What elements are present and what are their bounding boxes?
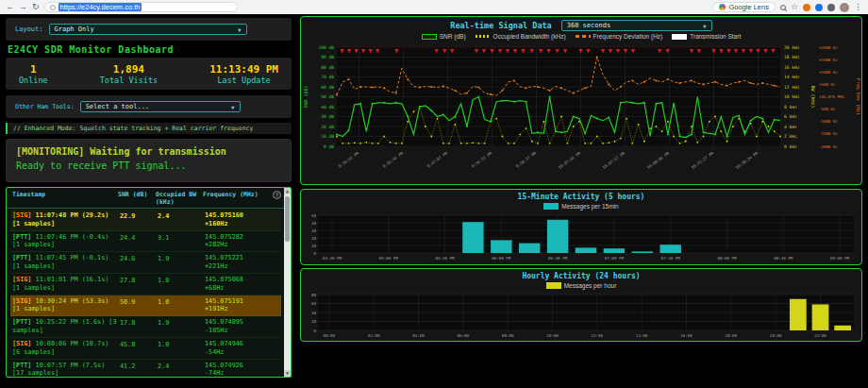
svg-text:07:30 PM: 07:30 PM (661, 256, 681, 261)
layout-label: Layout: (15, 25, 43, 33)
row-tag: [PTT] (12, 254, 31, 261)
col-bw: Occupied BW (kHz) (156, 191, 201, 206)
legend-snr: SNR (dB) (422, 33, 466, 40)
svg-text:50 dB: 50 dB (321, 94, 334, 99)
table-row[interactable]: [PTT] 11:07:45 PM (-0.1s) [1 samples]24.… (10, 252, 281, 274)
svg-text:4 kHz: 4 kHz (784, 125, 797, 129)
scrollbar-thumb[interactable] (285, 196, 290, 242)
range-select[interactable]: 360 seconds ▼ (561, 20, 712, 31)
row-tag: [PTT] (12, 362, 31, 369)
table-row[interactable]: [SIG] 10:08:06 PM (10.7s) [6 samples]45.… (10, 338, 281, 360)
google-lens-button[interactable]: Google Lens (712, 2, 776, 12)
svg-text:2 kHz: 2 kHz (784, 134, 797, 139)
svg-text:50: 50 (311, 213, 317, 218)
tools-select[interactable]: Select a tool... ▼ (80, 101, 241, 112)
a15-swatch-icon (543, 203, 559, 210)
svg-text:10:25:27 PM: 10:25:27 PM (691, 150, 715, 170)
realtime-signal-chart: 100 dB90 dB80 dB70 dB60 dB50 dB40 dB30 d… (301, 41, 861, 182)
hr-legend: Messages per hour (301, 280, 861, 290)
svg-text:12:00: 12:00 (592, 333, 604, 338)
activity-hourly-chart: 02040608000:0002:0004:0006:0008:0010:001… (301, 290, 861, 342)
scroll-up-icon[interactable]: ▲ (284, 188, 291, 194)
svg-text:12 kHz: 12 kHz (784, 85, 800, 90)
forward-icon[interactable]: → (19, 3, 27, 11)
svg-text:70 dB: 70 dB (321, 75, 334, 79)
address-bar[interactable]: https://e24cy.decem.co.th (44, 2, 238, 12)
table-row[interactable]: [PTT] 10:07:57 PM (7.5s) [17 samples]41.… (10, 360, 281, 378)
table-header: Timestamp SNR (dB) Occupied BW (kHz) Fre… (7, 188, 291, 209)
dev-swatch-icon (576, 35, 591, 38)
bookmark-star-icon[interactable]: ☆ (791, 3, 798, 11)
table-row[interactable]: [PTT] 10:25:22 PM (1.6s) [3 samples]17.8… (10, 316, 281, 338)
enhanced-mode-note: // Enhanced Mode: Squelch state tracking… (6, 123, 292, 134)
svg-text:10:07:57 PM: 10:07:57 PM (602, 150, 626, 170)
legend-bw: Occupied Bandwidth (kHz) (476, 33, 566, 40)
site-info-icon[interactable] (50, 5, 56, 10)
svg-text:9:56:22 PM: 9:56:22 PM (471, 150, 493, 168)
svg-text:10:30:24 PM: 10:30:24 PM (735, 150, 760, 170)
svg-text:80: 80 (311, 293, 317, 297)
svg-text:10: 10 (311, 244, 317, 248)
svg-text:20: 20 (311, 319, 317, 324)
reload-icon[interactable]: ↻ (32, 3, 40, 11)
svg-text:05:30 PM: 05:30 PM (435, 256, 455, 261)
scroll-down-icon[interactable]: ▼ (284, 370, 291, 377)
svg-text:04:00: 04:00 (412, 333, 425, 338)
profile-avatar[interactable] (840, 3, 849, 12)
svg-text:-1000 Hz: -1000 Hz (819, 119, 838, 124)
help-icon[interactable]: ? (273, 191, 281, 199)
table-scrollbar[interactable]: ▲ ▼ (284, 188, 291, 377)
table-row[interactable]: [SIG] 10:30:24 PM (53.3s) [1 samples]50.… (10, 295, 281, 317)
row-tag: [SIG] (12, 340, 31, 347)
search-icon[interactable] (780, 5, 786, 10)
signal-table: Timestamp SNR (dB) Occupied BW (kHz) Fre… (6, 187, 292, 378)
table-row[interactable]: [SIG] 11:07:48 PM (29.2s) [1 samples]22.… (10, 210, 281, 231)
table-row[interactable]: [SIG] 11:01:01 PM (16.1s) [1 samples]27.… (10, 274, 281, 295)
svg-text:22:00: 22:00 (814, 333, 826, 338)
stat-online-value: 1 (19, 63, 48, 76)
svg-text:-500 Hz: -500 Hz (819, 107, 836, 111)
range-select-value: 360 seconds (567, 22, 610, 29)
svg-text:60 dB: 60 dB (321, 85, 334, 90)
stat-total-visits-label: Total Visits (100, 76, 158, 85)
extension-icon-2[interactable] (815, 4, 823, 11)
activity-15min-chart: 0102030405004:30 PM05:00 PM05:30 PM06:00… (301, 211, 861, 265)
row-tag: [PTT] (12, 318, 31, 326)
menu-icon[interactable]: ⋮ (854, 3, 862, 11)
table-row[interactable]: [PTT] 11:07:46 PM (-0.4s) [1 samples]24.… (10, 231, 281, 253)
legend-tx: Transmission Start (672, 33, 741, 40)
chevron-down-icon: ▼ (703, 23, 707, 29)
svg-text:06:00 PM: 06:00 PM (492, 256, 511, 261)
svg-text:40: 40 (311, 311, 317, 315)
snr-swatch-icon (422, 34, 437, 40)
svg-text:0: 0 (313, 251, 316, 256)
stat-total-visits: 1,894 Total Visits (100, 63, 158, 85)
svg-text:30 dB: 30 dB (321, 114, 334, 119)
row-tag: [SIG] (12, 297, 31, 305)
svg-text:20 kHz: 20 kHz (784, 45, 800, 50)
svg-text:9:34:56 PM: 9:34:56 PM (338, 150, 360, 168)
row-tag: [SIG] (12, 276, 31, 283)
svg-text:02:00: 02:00 (368, 333, 380, 338)
svg-text:100 dB: 100 dB (318, 45, 334, 50)
svg-text:10:00: 10:00 (546, 333, 559, 338)
svg-text:-2000 Hz: -2000 Hz (819, 144, 838, 149)
browser-toolbar: ← → ↻ https://e24cy.decem.co.th Google L… (0, 0, 868, 14)
back-icon[interactable]: ← (6, 3, 14, 11)
svg-text:10 kHz: 10 kHz (784, 94, 800, 99)
svg-text:40 dB: 40 dB (321, 105, 334, 110)
extension-icon-1[interactable] (803, 4, 810, 11)
tools-select-value: Select a tool... (86, 103, 149, 110)
svg-text:9:47:07 PM: 9:47:07 PM (426, 150, 449, 168)
url-text[interactable]: https://e24cy.decem.co.th (58, 3, 142, 11)
tx-swatch-icon (672, 34, 687, 40)
layout-select[interactable]: Graph Only ▼ (49, 24, 247, 35)
monitoring-status: [MONITORING] Waiting for transmission (16, 146, 281, 157)
svg-text:0 dB: 0 dB (324, 144, 334, 149)
svg-text:08:30 PM: 08:30 PM (774, 256, 793, 261)
svg-text:14:00: 14:00 (636, 333, 648, 338)
col-timestamp: Timestamp (12, 191, 116, 206)
extension-icon-3[interactable] (827, 4, 835, 11)
legend-dev: Frequency Deviation (Hz) (576, 33, 663, 40)
stat-last-update-value: 11:13:49 PM (209, 63, 278, 76)
